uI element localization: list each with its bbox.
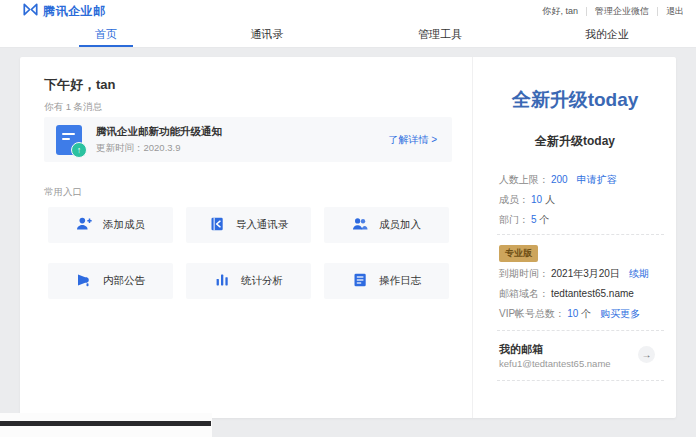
expire-row: 到期时间：2021年3月20日续期 bbox=[499, 267, 649, 281]
renew-link[interactable]: 续期 bbox=[629, 268, 649, 279]
quick-entry-label: 导入通讯录 bbox=[236, 218, 289, 232]
my-mailbox-title: 我的邮箱 bbox=[499, 342, 543, 357]
user-greeting: 你好, tan bbox=[542, 5, 578, 18]
content-card: 下午好，tan 你有 1 条消息 ↑ 腾讯企业邮新功能升级通知 更新时间：202… bbox=[20, 57, 676, 418]
divider bbox=[497, 330, 664, 331]
divider bbox=[497, 380, 664, 381]
members-join-icon bbox=[352, 216, 368, 234]
announcement-icon bbox=[76, 272, 92, 290]
quick-entry-title: 常用入口 bbox=[44, 186, 82, 199]
operation-log-button[interactable]: 操作日志 bbox=[324, 263, 449, 299]
member-limit-value: 200 bbox=[551, 174, 568, 185]
buy-more-link[interactable]: 购买更多 bbox=[600, 308, 640, 319]
internal-announcement-button[interactable]: 内部公告 bbox=[48, 263, 173, 299]
domain-row: 邮箱域名：tedtantest65.name bbox=[499, 287, 634, 301]
my-mailbox-address: kefu1@tedtantest65.name bbox=[499, 358, 611, 369]
person-add-icon bbox=[76, 216, 92, 234]
page-greeting: 下午好，tan bbox=[44, 76, 116, 94]
divider bbox=[657, 7, 658, 16]
go-to-mailbox-button[interactable]: → bbox=[638, 346, 655, 363]
top-links: 你好, tan 管理企业微信 退出 bbox=[542, 0, 684, 22]
notification-updated: 更新时间：2020.3.9 bbox=[96, 142, 222, 155]
company-sidebar: 全新升级today 全新升级today 人数上限：200申请扩容 成员：10人 … bbox=[472, 57, 676, 418]
notification-card[interactable]: ↑ 腾讯企业邮新功能升级通知 更新时间：2020.3.9 了解详情 > bbox=[44, 117, 452, 162]
tab-admin-tools[interactable]: 管理工具 bbox=[418, 22, 462, 47]
vip-count-label: VIP帐号总数： bbox=[499, 308, 565, 319]
tab-contacts[interactable]: 通讯录 bbox=[251, 22, 284, 47]
expand-capacity-link[interactable]: 申请扩容 bbox=[577, 174, 617, 185]
import-contacts-icon bbox=[209, 216, 225, 234]
divider bbox=[586, 7, 587, 16]
upgrade-banner-subtitle: 全新升级today bbox=[473, 133, 677, 150]
tab-home[interactable]: 首页 bbox=[95, 22, 117, 47]
expire-label: 到期时间： bbox=[499, 268, 549, 279]
statistics-button[interactable]: 统计分析 bbox=[186, 263, 311, 299]
app-logo[interactable]: 腾讯企业邮 bbox=[23, 0, 106, 22]
quick-entry-label: 添加成员 bbox=[103, 218, 145, 232]
member-limit-row: 人数上限：200申请扩容 bbox=[499, 173, 617, 187]
learn-more-link[interactable]: 了解详情 > bbox=[388, 133, 437, 147]
member-join-button[interactable]: 成员加入 bbox=[324, 207, 449, 243]
quick-entry-label: 成员加入 bbox=[379, 218, 421, 232]
domain-value: tedtantest65.name bbox=[551, 288, 634, 299]
manage-wechat-link[interactable]: 管理企业微信 bbox=[595, 5, 649, 18]
domain-label: 邮箱域名： bbox=[499, 288, 549, 299]
page: 腾讯企业邮 你好, tan 管理企业微信 退出 首页 通讯录 管理工具 我的企业… bbox=[0, 0, 696, 437]
vip-count-unit: 个 bbox=[581, 308, 591, 319]
top-bar: 腾讯企业邮 你好, tan 管理企业微信 退出 bbox=[0, 0, 696, 22]
main-nav: 首页 通讯录 管理工具 我的企业 bbox=[0, 22, 696, 48]
import-contacts-button[interactable]: 导入通讯录 bbox=[186, 207, 311, 243]
member-count-value: 10 bbox=[531, 194, 542, 205]
operation-log-icon bbox=[352, 272, 368, 290]
upgrade-banner[interactable]: 全新升级today bbox=[473, 87, 677, 113]
background-window-bar bbox=[0, 421, 211, 426]
tab-my-company[interactable]: 我的企业 bbox=[585, 22, 629, 47]
department-count-unit: 个 bbox=[540, 214, 550, 225]
department-count-row: 部门：5个 bbox=[499, 213, 550, 227]
quick-entry-label: 统计分析 bbox=[241, 274, 283, 288]
member-count-label: 成员： bbox=[499, 194, 529, 205]
app-title: 腾讯企业邮 bbox=[43, 3, 106, 20]
stats-chart-icon bbox=[214, 272, 230, 290]
arrow-up-icon: ↑ bbox=[71, 142, 87, 158]
add-member-button[interactable]: 添加成员 bbox=[48, 207, 173, 243]
member-limit-label: 人数上限： bbox=[499, 174, 549, 185]
logout-link[interactable]: 退出 bbox=[666, 5, 684, 18]
quick-entry-label: 内部公告 bbox=[103, 274, 145, 288]
upgrade-notice-icon: ↑ bbox=[56, 125, 82, 155]
quick-entry-label: 操作日志 bbox=[379, 274, 421, 288]
member-count-row: 成员：10人 bbox=[499, 193, 555, 207]
notification-title: 腾讯企业邮新功能升级通知 bbox=[96, 125, 222, 139]
vip-count-value: 10 bbox=[567, 308, 578, 319]
exmail-logo-icon bbox=[23, 2, 38, 20]
member-count-unit: 人 bbox=[545, 194, 555, 205]
message-count: 你有 1 条消息 bbox=[44, 101, 102, 114]
main-section: 下午好，tan 你有 1 条消息 ↑ 腾讯企业邮新功能升级通知 更新时间：202… bbox=[20, 57, 472, 418]
plan-badge: 专业版 bbox=[499, 245, 538, 262]
department-count-label: 部门： bbox=[499, 214, 529, 225]
expire-date: 2021年3月20日 bbox=[551, 268, 620, 279]
vip-count-row: VIP帐号总数：10个购买更多 bbox=[499, 307, 640, 321]
department-count-value: 5 bbox=[531, 214, 537, 225]
divider bbox=[497, 234, 664, 235]
notification-texts: 腾讯企业邮新功能升级通知 更新时间：2020.3.9 bbox=[96, 125, 222, 155]
